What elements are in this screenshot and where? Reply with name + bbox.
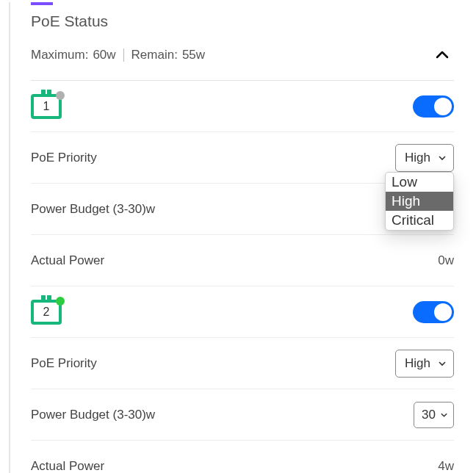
actual-value: 4w (438, 459, 454, 474)
collapse-toggle[interactable] (430, 43, 454, 67)
port-indicator: 1 (31, 94, 62, 119)
actual-row: Actual Power 4w (31, 441, 454, 473)
priority-row: PoE Priority High (31, 338, 454, 389)
chevron-down-icon (440, 411, 448, 419)
actual-row: Actual Power 0w (31, 235, 454, 286)
maximum-label: Maximum: (31, 48, 88, 62)
toggle-knob (434, 98, 452, 115)
port-indicator: 2 (31, 300, 62, 325)
priority-dropdown[interactable]: Low High Critical (385, 172, 454, 231)
summary-text: Maximum: 60w Remain: 55w (31, 48, 205, 62)
actual-value: 0w (438, 253, 454, 268)
actual-label: Actual Power (31, 253, 104, 268)
port-enable-toggle[interactable] (413, 301, 454, 323)
budget-row: Power Budget (3-30)w 30 (31, 389, 454, 441)
priority-value: High (405, 151, 430, 165)
summary-row: Maximum: 60w Remain: 55w (31, 43, 454, 81)
budget-label: Power Budget (3-30)w (31, 408, 155, 422)
chevron-down-icon (438, 359, 447, 368)
priority-select[interactable]: High (395, 350, 454, 378)
actual-label: Actual Power (31, 459, 104, 474)
maximum-value: 60w (93, 48, 115, 62)
remain-label: Remain: (131, 48, 178, 62)
left-rail (9, 2, 10, 473)
port-icon: 1 (31, 94, 62, 119)
budget-value: 30 (422, 408, 436, 422)
port-header-row: 1 (31, 81, 454, 132)
priority-value: High (405, 356, 430, 371)
priority-option-high[interactable]: High (386, 192, 453, 211)
port-number: 1 (43, 100, 50, 113)
port-header-row: 2 (31, 286, 454, 338)
priority-label: PoE Priority (31, 356, 97, 371)
budget-select[interactable]: 30 (414, 402, 454, 428)
port-enable-toggle[interactable] (413, 95, 454, 118)
priority-option-low[interactable]: Low (386, 173, 453, 192)
page-title: PoE Status (31, 12, 454, 30)
separator (123, 48, 124, 62)
remain-value: 55w (182, 48, 205, 62)
status-dot-icon (56, 91, 65, 100)
budget-label: Power Budget (3-30)w (31, 202, 155, 217)
port-icon: 2 (31, 300, 62, 325)
toggle-knob (434, 303, 452, 321)
port-number: 2 (43, 306, 50, 319)
chevron-up-icon (433, 46, 451, 64)
priority-option-critical[interactable]: Critical (386, 211, 453, 230)
status-dot-icon (56, 297, 65, 306)
priority-select[interactable]: High (395, 144, 454, 172)
chevron-down-icon (438, 154, 447, 162)
accent-bar (31, 2, 53, 5)
priority-label: PoE Priority (31, 151, 97, 165)
